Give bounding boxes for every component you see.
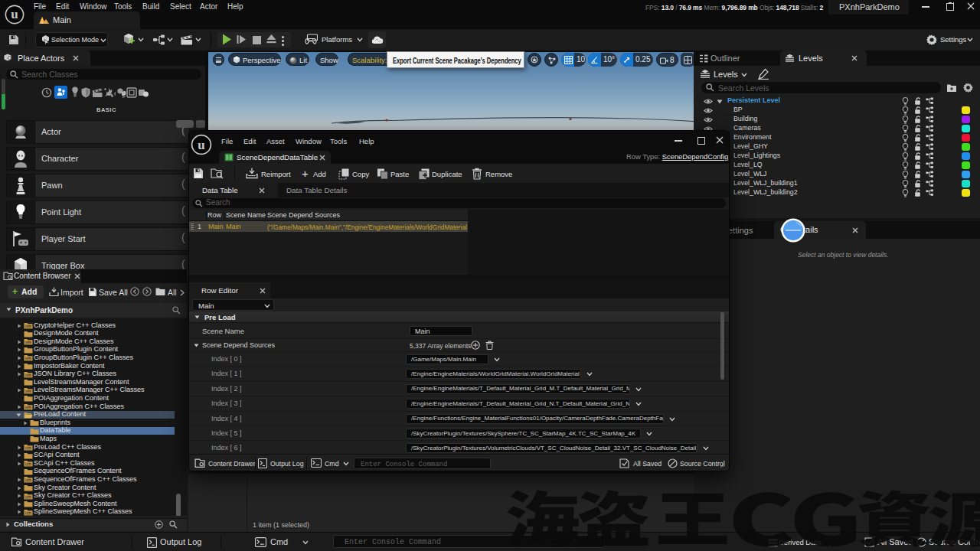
svg-text:C++: C++ <box>26 406 31 409</box>
svg-text:C++: C++ <box>26 325 31 328</box>
svg-text:u: u <box>11 7 18 21</box>
svg-text:C++: C++ <box>26 479 31 482</box>
svg-text:C++: C++ <box>26 357 31 360</box>
svg-text:C++: C++ <box>26 341 31 344</box>
svg-text:C++: C++ <box>26 447 31 450</box>
svg-text:C++: C++ <box>26 373 31 377</box>
svg-text:u: u <box>198 138 204 152</box>
svg-text:C++: C++ <box>26 390 31 393</box>
svg-text:C++: C++ <box>26 495 31 498</box>
svg-text:C++: C++ <box>26 512 31 515</box>
svg-text:C++: C++ <box>26 463 31 466</box>
